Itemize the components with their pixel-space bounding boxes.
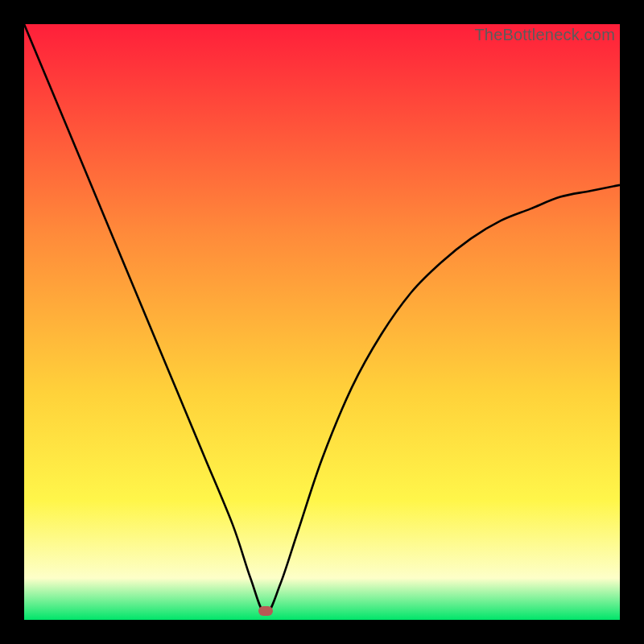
chart-plot-area: TheBottleneck.com: [24, 24, 620, 620]
chart-minimum-marker: [258, 606, 273, 616]
chart-background-gradient: [24, 24, 620, 620]
svg-rect-0: [24, 24, 620, 620]
chart-frame: TheBottleneck.com: [0, 0, 644, 644]
watermark-text: TheBottleneck.com: [474, 26, 615, 44]
